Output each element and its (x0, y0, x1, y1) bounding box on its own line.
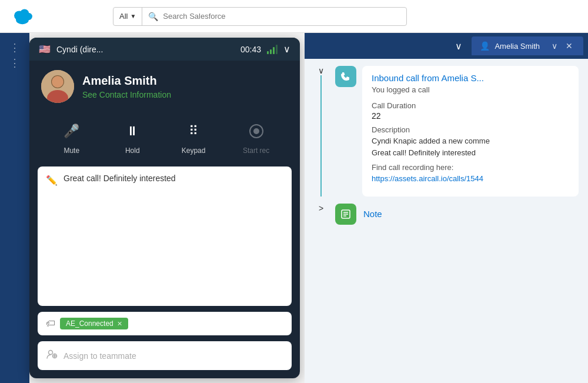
tab-minimize-icon[interactable]: ∨ (549, 40, 560, 52)
call-duration-value: 22 (372, 111, 569, 121)
crm-tab-name: Amelia Smith (495, 42, 540, 51)
tab-close-icon[interactable]: ✕ (563, 40, 575, 52)
keypad-label: Keypad (182, 146, 206, 155)
description-field: Description Cyndi Knapic added a new com… (372, 125, 569, 158)
contact-text: Amelia Smith See Contact Information (82, 74, 171, 99)
description-label: Description (372, 125, 569, 134)
contact-tab-icon: 👤 (480, 41, 490, 51)
keypad-icon: ⠿ (182, 119, 205, 143)
crm-body: ∨ Inbound call from Amelia S... You logg… (305, 59, 588, 383)
activity-expand-icon[interactable]: ∨ (315, 66, 327, 75)
hold-button[interactable]: ⏸ Hold (121, 119, 144, 155)
sidebar-dots-icon[interactable]: ⋮ (9, 42, 20, 53)
crm-collapse-icon[interactable]: ∨ (450, 38, 467, 54)
assign-placeholder-text: Assign to teammate (64, 351, 136, 361)
signal-bar-1 (267, 51, 269, 54)
call-activity-icon (335, 66, 356, 87)
recording-label: Find call recording here: (372, 163, 569, 172)
caller-name: Cyndi (dire... (56, 45, 235, 54)
signal-bar-4 (276, 45, 278, 54)
note-icon (335, 204, 356, 225)
call-duration-label: Call Duration (372, 101, 569, 110)
note-item: > Note (314, 204, 579, 225)
activity-timeline: ∨ (314, 66, 328, 197)
mute-button[interactable]: 🎤 Mute (60, 119, 83, 155)
contact-info: Amelia Smith See Contact Information (29, 61, 300, 112)
notes-text: Great call! Definitely interested (64, 174, 176, 183)
salesforce-logo (9, 4, 35, 29)
call-timer: 00:43 (240, 45, 261, 54)
signal-bar-3 (273, 47, 275, 54)
search-icon: 🔍 (148, 12, 158, 21)
svg-point-7 (16, 16, 29, 24)
tag-badge[interactable]: AE_Connected ✕ (60, 318, 128, 329)
hold-icon: ⏸ (121, 119, 144, 143)
activity-content: Inbound call from Amelia S... You logged… (362, 66, 579, 197)
activity-title: Inbound call from Amelia S... (372, 73, 569, 83)
recording-field: Find call recording here: https://assets… (372, 163, 569, 185)
sidebar-dots-icon-2[interactable]: ⋮ (9, 58, 20, 68)
svg-point-14 (49, 351, 53, 355)
tag-label: AE_Connected (66, 319, 113, 328)
topbar: All ▼ 🔍 (0, 0, 588, 33)
mute-icon: 🎤 (60, 119, 83, 143)
mute-label: Mute (64, 146, 79, 155)
keypad-button[interactable]: ⠿ Keypad (182, 119, 206, 155)
contact-name: Amelia Smith (82, 74, 171, 88)
crm-panel: ∨ 👤 Amelia Smith ∨ ✕ ∨ (305, 33, 588, 383)
activity-item: ∨ Inbound call from Amelia S... You logg… (314, 66, 579, 197)
crm-header: ∨ 👤 Amelia Smith ∨ ✕ (305, 33, 588, 59)
timeline-line (320, 75, 322, 197)
assign-icon (46, 348, 58, 363)
search-dropdown[interactable]: All ▼ (113, 8, 142, 25)
signal-bars (267, 45, 278, 54)
search-input[interactable] (163, 12, 400, 21)
tag-remove-icon[interactable]: ✕ (117, 320, 122, 328)
avatar (41, 70, 74, 103)
note-label: Note (363, 204, 382, 225)
contact-link[interactable]: See Contact Information (82, 90, 171, 99)
dropdown-caret-icon: ▼ (130, 13, 136, 19)
edit-icon: ✏️ (46, 175, 58, 186)
start-rec-button[interactable]: Start rec (243, 119, 269, 155)
svg-point-13 (253, 128, 259, 134)
phone-widget: 🇺🇸 Cyndi (dire... 00:43 ∨ (29, 38, 300, 378)
search-bar[interactable]: All ▼ 🔍 (113, 7, 407, 26)
tag-icon: 🏷 (46, 318, 55, 329)
record-icon (245, 119, 268, 143)
call-header: 🇺🇸 Cyndi (dire... 00:43 ∨ (29, 38, 300, 61)
crm-tab[interactable]: 👤 Amelia Smith ∨ ✕ (472, 36, 583, 55)
call-duration-field: Call Duration 22 (372, 101, 569, 121)
call-controls: 🎤 Mute ⏸ Hold ⠿ Keypad Start rec (29, 112, 300, 166)
assign-area[interactable]: Assign to teammate (38, 341, 292, 370)
description-text: Cyndi Knapic added a new commeGreat call… (372, 135, 569, 158)
tag-area: 🏷 AE_Connected ✕ (38, 312, 292, 335)
start-rec-label: Start rec (243, 146, 269, 155)
note-expand-icon[interactable]: > (315, 204, 327, 213)
svg-point-11 (52, 76, 64, 88)
activity-subtitle: You logged a call (372, 85, 569, 94)
recording-url[interactable]: https://assets.aircall.io/calls/1544 (372, 173, 569, 185)
notes-area[interactable]: ✏️ Great call! Definitely interested (38, 166, 292, 306)
chevron-down-icon[interactable]: ∨ (283, 44, 290, 55)
dropdown-label: All (119, 12, 128, 21)
hold-label: Hold (125, 146, 140, 155)
sf-sidebar: ⋮ ⋮ (0, 33, 29, 383)
main-content: ⋮ ⋮ 🇺🇸 Cyndi (dire... 00:43 ∨ (0, 33, 588, 383)
signal-bar-2 (270, 49, 272, 54)
flag-icon: 🇺🇸 (39, 44, 51, 55)
